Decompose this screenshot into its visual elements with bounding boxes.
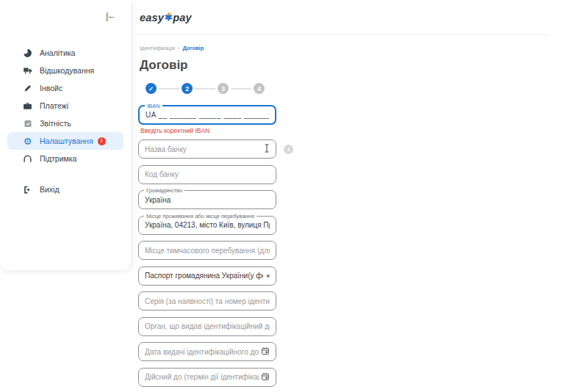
bank-code-placeholder: Код банку: [145, 170, 270, 178]
step-3: 3: [218, 83, 229, 94]
bank-code-input[interactable]: Код банку: [138, 165, 276, 184]
citizenship-input[interactable]: Громадянство Україна: [138, 190, 276, 209]
alert-badge: !: [98, 137, 106, 145]
step-1-done: ✓: [146, 83, 157, 94]
bank-name-placeholder: Назва банку: [145, 145, 259, 153]
sidebar-item-label: Налаштування: [40, 137, 93, 145]
sidebar-item-support[interactable]: Підтримка: [7, 150, 123, 167]
sidebar-item-reports[interactable]: Звітність: [7, 115, 123, 132]
residence-input[interactable]: Місце проживання або місце перебування У…: [138, 216, 276, 235]
breadcrumb-current[interactable]: Договір: [182, 45, 204, 51]
sidebar-item-analytics[interactable]: Аналітика: [7, 44, 123, 62]
document-type-select[interactable]: Паспорт громадянина України(у формі кни.…: [138, 266, 276, 286]
residence-label: Місце проживання або місце перебування: [144, 213, 257, 219]
chevron-down-icon: ▾: [263, 272, 270, 280]
logout-icon: [22, 184, 33, 195]
pie-chart-icon: [22, 48, 33, 59]
breadcrumb: Ідентифікація › Договір: [140, 45, 548, 51]
expiry-date-input[interactable]: Дійсний до (термін дії ідентифікаційного…: [138, 368, 276, 387]
logo-text-easy: easy: [140, 12, 164, 23]
sidebar-item-invoice[interactable]: Інвойс: [7, 79, 123, 97]
sidebar-item-label: Аналітика: [40, 48, 75, 57]
main-header: easy ✱ pay: [136, 0, 548, 35]
info-icon[interactable]: i: [284, 145, 293, 154]
sidebar-item-label: Відшкодування: [40, 66, 94, 75]
residence-value: Україна, 04213, місто Київ, вулиця Прирі…: [145, 221, 270, 229]
citizenship-value: Україна: [145, 196, 270, 204]
sidebar-item-label: Інвойс: [40, 84, 62, 92]
wizard-stepper: ✓ 2 3 4: [146, 83, 548, 94]
iban-error-message: Введіть коректний IBAN: [140, 127, 275, 134]
sidebar-item-payments[interactable]: Платежі: [7, 97, 123, 115]
gear-icon: ⚙: [22, 136, 33, 147]
pencil-icon: [22, 83, 33, 94]
iban-value: UA __ ______ _____ ____ ___________: [146, 111, 269, 119]
sidebar-item-label: Звітність: [40, 119, 71, 128]
iban-label: IBAN: [145, 103, 162, 109]
sidebar-item-refunds[interactable]: Відшкодування: [7, 62, 123, 79]
logo-star-icon: ✱: [165, 14, 173, 21]
page-title: Договір: [140, 58, 548, 73]
sidebar-item-label: Платежі: [40, 101, 68, 110]
issue-date-placeholder: Дата видачі ідентифікаційного документу: [145, 348, 259, 356]
step-connector: [195, 88, 215, 90]
citizenship-label: Громадянство: [144, 187, 184, 194]
sidebar-nav: Аналітика Відшкодування Інвойс Платежі З: [0, 0, 131, 198]
sidebar-item-label: Вихід: [40, 185, 60, 194]
contract-form: IBAN UA __ ______ _____ ____ ___________…: [138, 105, 276, 387]
expiry-date-placeholder: Дійсний до (термін дії ідентифікаційного…: [145, 373, 259, 381]
sidebar-item-logout[interactable]: Вихід: [7, 181, 123, 198]
sidebar-item-label: Підтримка: [40, 154, 76, 163]
bank-name-input[interactable]: Назва банку i: [138, 139, 276, 159]
step-2-active: 2: [182, 83, 193, 94]
report-icon: [22, 118, 33, 129]
breadcrumb-separator: ›: [178, 45, 180, 51]
easypay-logo: easy ✱ pay: [140, 12, 192, 23]
document-series-number-placeholder: Серія (за наявності) та номер ідентифіка…: [145, 297, 270, 305]
step-4: 4: [254, 83, 265, 94]
iban-input[interactable]: IBAN UA __ ______ _____ ____ ___________: [138, 105, 276, 125]
truck-icon: [22, 65, 33, 76]
breadcrumb-parent-link[interactable]: Ідентифікація: [140, 45, 175, 51]
sidebar: |← Аналітика Відшкодування Інвойс Платеж…: [0, 0, 131, 270]
sidebar-item-settings[interactable]: ⚙ Налаштування !: [7, 132, 123, 150]
sidebar-collapse-button[interactable]: |←: [106, 10, 115, 21]
step-connector: [159, 88, 179, 90]
issuing-authority-placeholder: Орган, що видав ідентифікаційний докумен…: [145, 322, 270, 330]
headset-icon: [22, 153, 33, 164]
main-content: easy ✱ pay Ідентифікація › Договір Догов…: [136, 0, 548, 392]
calendar-icon[interactable]: [259, 345, 270, 358]
logo-text-pay: pay: [173, 12, 192, 23]
temporary-residence-input[interactable]: Місце тимчасового перебування (для нерез…: [138, 241, 276, 260]
document-series-number-input[interactable]: Серія (за наявності) та номер ідентифіка…: [138, 291, 276, 311]
issuing-authority-input[interactable]: Орган, що видав ідентифікаційний докумен…: [138, 317, 276, 336]
briefcase-icon: [22, 101, 33, 112]
document-type-value: Паспорт громадянина України(у формі кни.…: [145, 272, 263, 280]
temporary-residence-placeholder: Місце тимчасового перебування (для нерез…: [145, 247, 270, 255]
text-cursor-icon: [264, 142, 270, 156]
step-connector: [231, 88, 251, 90]
calendar-icon[interactable]: [259, 371, 270, 384]
issue-date-input[interactable]: Дата видачі ідентифікаційного документу: [138, 342, 276, 361]
